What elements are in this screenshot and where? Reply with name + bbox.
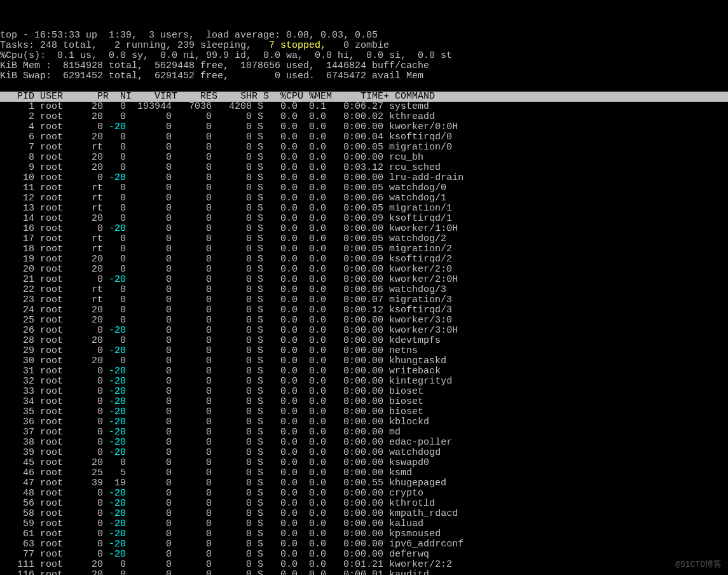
process-row: 19 root 20 0 0 0 0 S 0.0 0.0 0:00.09 kso…	[0, 254, 728, 265]
process-row: 25 root 20 0 0 0 0 S 0.0 0.0 0:00.00 kwo…	[0, 315, 728, 326]
process-row: 48 root 0 -20 0 0 0 S 0.0 0.0 0:00.00 cr…	[0, 488, 728, 499]
process-row: 13 root rt 0 0 0 0 S 0.0 0.0 0:00.05 mig…	[0, 204, 728, 214]
process-row: 36 root 0 -20 0 0 0 S 0.0 0.0 0:00.00 kb…	[0, 417, 728, 427]
summary-mem: KiB Mem : 8154928 total, 5629448 free, 1…	[0, 61, 728, 71]
process-row: 24 root 20 0 0 0 0 S 0.0 0.0 0:00.12 kso…	[0, 305, 728, 315]
process-row: 77 root 0 -20 0 0 0 S 0.0 0.0 0:00.00 de…	[0, 550, 728, 560]
process-row: 1 root 20 0 193944 7036 4208 S 0.0 0.1 0…	[0, 102, 728, 112]
process-row: 28 root 20 0 0 0 0 S 0.0 0.0 0:00.00 kde…	[0, 336, 728, 346]
process-row: 34 root 0 -20 0 0 0 S 0.0 0.0 0:00.00 bi…	[0, 397, 728, 407]
process-row: 59 root 0 -20 0 0 0 S 0.0 0.0 0:00.00 ka…	[0, 519, 728, 529]
process-row: 17 root rt 0 0 0 0 S 0.0 0.0 0:00.05 wat…	[0, 234, 728, 244]
process-row: 7 root rt 0 0 0 0 S 0.0 0.0 0:00.05 migr…	[0, 142, 728, 153]
process-row: 12 root rt 0 0 0 0 S 0.0 0.0 0:00.06 wat…	[0, 193, 728, 204]
process-row: 2 root 20 0 0 0 0 S 0.0 0.0 0:00.02 kthr…	[0, 112, 728, 122]
process-row: 21 root 0 -20 0 0 0 S 0.0 0.0 0:00.00 kw…	[0, 275, 728, 285]
process-row: 63 root 0 -20 0 0 0 S 0.0 0.0 0:00.00 ip…	[0, 539, 728, 550]
summary-cpu: %Cpu(s): 0.1 us, 0.0 sy, 0.0 ni, 99.9 id…	[0, 51, 728, 61]
process-row: 10 root 0 -20 0 0 0 S 0.0 0.0 0:00.00 lr…	[0, 173, 728, 183]
process-row: 38 root 0 -20 0 0 0 S 0.0 0.0 0:00.00 ed…	[0, 438, 728, 448]
process-row: 56 root 0 -20 0 0 0 S 0.0 0.0 0:00.00 kt…	[0, 499, 728, 509]
summary-tasks: Tasks: 248 total, 2 running, 239 sleepin…	[0, 41, 728, 51]
process-row: 47 root 39 19 0 0 0 S 0.0 0.0 0:00.55 kh…	[0, 478, 728, 488]
process-row: 37 root 0 -20 0 0 0 S 0.0 0.0 0:00.00 md	[0, 427, 728, 438]
process-row: 35 root 0 -20 0 0 0 S 0.0 0.0 0:00.00 bi…	[0, 407, 728, 417]
process-row: 20 root 20 0 0 0 0 S 0.0 0.0 0:00.00 kwo…	[0, 265, 728, 275]
process-row: 22 root rt 0 0 0 0 S 0.0 0.0 0:00.06 wat…	[0, 285, 728, 295]
blank-line	[0, 81, 728, 92]
process-row: 23 root rt 0 0 0 0 S 0.0 0.0 0:00.07 mig…	[0, 295, 728, 305]
process-row: 30 root 20 0 0 0 0 S 0.0 0.0 0:00.00 khu…	[0, 356, 728, 366]
process-row: 33 root 0 -20 0 0 0 S 0.0 0.0 0:00.00 bi…	[0, 387, 728, 397]
process-row: 18 root rt 0 0 0 0 S 0.0 0.0 0:00.05 mig…	[0, 244, 728, 254]
process-row: 6 root 20 0 0 0 0 S 0.0 0.0 0:00.04 ksof…	[0, 132, 728, 142]
process-row: 61 root 0 -20 0 0 0 S 0.0 0.0 0:00.00 kp…	[0, 529, 728, 539]
process-row: 45 root 20 0 0 0 0 S 0.0 0.0 0:00.00 ksw…	[0, 458, 728, 468]
process-row: 32 root 0 -20 0 0 0 S 0.0 0.0 0:00.00 ki…	[0, 377, 728, 387]
process-row: 11 root rt 0 0 0 0 S 0.0 0.0 0:00.05 wat…	[0, 183, 728, 193]
process-row: 4 root 0 -20 0 0 0 S 0.0 0.0 0:00.00 kwo…	[0, 122, 728, 132]
terminal-output[interactable]: top - 16:53:33 up 1:39, 3 users, load av…	[0, 31, 728, 575]
process-row: 14 root 20 0 0 0 0 S 0.0 0.0 0:00.09 kso…	[0, 214, 728, 224]
column-header: PID USER PR NI VIRT RES SHR S %CPU %MEM …	[0, 92, 728, 102]
process-row: 116 root 20 0 0 0 0 S 0.0 0.0 0:00.01 ka…	[0, 570, 728, 575]
summary-swap: KiB Swap: 6291452 total, 6291452 free, 0…	[0, 71, 728, 81]
process-row: 29 root 0 -20 0 0 0 S 0.0 0.0 0:00.00 ne…	[0, 346, 728, 356]
process-row: 16 root 0 -20 0 0 0 S 0.0 0.0 0:00.00 kw…	[0, 224, 728, 234]
process-row: 8 root 20 0 0 0 0 S 0.0 0.0 0:00.00 rcu_…	[0, 153, 728, 163]
process-row: 39 root 0 -20 0 0 0 S 0.0 0.0 0:00.00 wa…	[0, 448, 728, 458]
process-row: 46 root 25 5 0 0 0 S 0.0 0.0 0:00.00 ksm…	[0, 468, 728, 478]
process-row: 111 root 20 0 0 0 0 S 0.0 0.0 0:01.21 kw…	[0, 560, 728, 570]
summary-uptime: top - 16:53:33 up 1:39, 3 users, load av…	[0, 31, 728, 41]
watermark: @51CTO博客	[675, 560, 722, 570]
process-row: 31 root 0 -20 0 0 0 S 0.0 0.0 0:00.00 wr…	[0, 366, 728, 377]
process-row: 58 root 0 -20 0 0 0 S 0.0 0.0 0:00.00 km…	[0, 509, 728, 519]
process-row: 26 root 0 -20 0 0 0 S 0.0 0.0 0:00.00 kw…	[0, 326, 728, 336]
process-row: 9 root 20 0 0 0 0 S 0.0 0.0 0:03.12 rcu_…	[0, 163, 728, 173]
